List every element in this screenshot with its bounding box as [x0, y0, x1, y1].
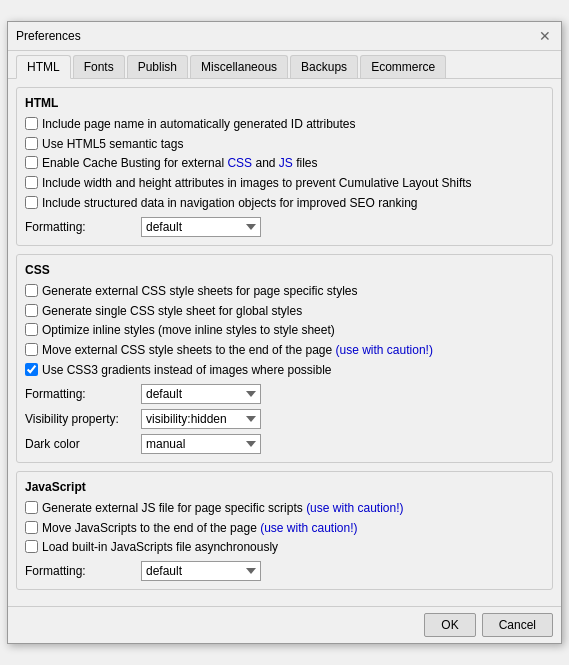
css-checkbox-label-4: Use CSS3 gradients instead of images whe… [42, 362, 332, 379]
css-section-title: CSS [25, 263, 544, 277]
css-checkbox-4[interactable] [25, 363, 38, 376]
js-section: JavaScript Generate external JS file for… [16, 471, 553, 590]
css-checkbox-1[interactable] [25, 304, 38, 317]
css-checkbox-row-0: Generate external CSS style sheets for p… [25, 283, 544, 300]
tab-miscellaneous[interactable]: Miscellaneous [190, 55, 288, 78]
html-checkbox-label-4: Include structured data in navigation ob… [42, 195, 418, 212]
css-visibility-label: Visibility property: [25, 412, 135, 426]
js-formatting-row: Formatting: default compact expanded [25, 561, 544, 581]
js-checkbox-row-2: Load built-in JavaScripts file asynchron… [25, 539, 544, 556]
js-checkbox-1[interactable] [25, 521, 38, 534]
tab-ecommerce[interactable]: Ecommerce [360, 55, 446, 78]
html-section: HTML Include page name in automatically … [16, 87, 553, 246]
js-formatting-label: Formatting: [25, 564, 135, 578]
tabs-bar: HTML Fonts Publish Miscellaneous Backups… [8, 51, 561, 79]
html-checkbox-3[interactable] [25, 176, 38, 189]
css-formatting-label: Formatting: [25, 387, 135, 401]
html-checkbox-label-0: Include page name in automatically gener… [42, 116, 356, 133]
css-visibility-row: Visibility property: visibility:hidden d… [25, 409, 544, 429]
titlebar: Preferences ✕ [8, 22, 561, 51]
css-section: CSS Generate external CSS style sheets f… [16, 254, 553, 463]
footer: OK Cancel [8, 606, 561, 643]
tab-content: HTML Include page name in automatically … [8, 79, 561, 606]
html-checkbox-row-3: Include width and height attributes in i… [25, 175, 544, 192]
css-formatting-row: Formatting: default compact expanded [25, 384, 544, 404]
tab-html[interactable]: HTML [16, 55, 71, 79]
js-checkbox-row-1: Move JavaScripts to the end of the page … [25, 520, 544, 537]
css-formatting-select[interactable]: default compact expanded [141, 384, 261, 404]
html-checkbox-0[interactable] [25, 117, 38, 130]
html-checkbox-row-2: Enable Cache Busting for external CSS an… [25, 155, 544, 172]
css-darkcolor-select[interactable]: manual auto dark light [141, 434, 261, 454]
js-section-title: JavaScript [25, 480, 544, 494]
html-section-title: HTML [25, 96, 544, 110]
html-checkbox-label-3: Include width and height attributes in i… [42, 175, 472, 192]
cancel-button[interactable]: Cancel [482, 613, 553, 637]
html-formatting-select[interactable]: default compact expanded [141, 217, 261, 237]
html-formatting-label: Formatting: [25, 220, 135, 234]
html-checkbox-row-0: Include page name in automatically gener… [25, 116, 544, 133]
js-checkbox-2[interactable] [25, 540, 38, 553]
js-formatting-select[interactable]: default compact expanded [141, 561, 261, 581]
js-checkbox-label-1: Move JavaScripts to the end of the page … [42, 520, 358, 537]
html-checkbox-label-2: Enable Cache Busting for external CSS an… [42, 155, 318, 172]
css-darkcolor-label: Dark color [25, 437, 135, 451]
js-checkbox-0[interactable] [25, 501, 38, 514]
html-checkbox-2[interactable] [25, 156, 38, 169]
preferences-dialog: Preferences ✕ HTML Fonts Publish Miscell… [7, 21, 562, 644]
tab-publish[interactable]: Publish [127, 55, 188, 78]
css-checkbox-row-1: Generate single CSS style sheet for glob… [25, 303, 544, 320]
css-darkcolor-row: Dark color manual auto dark light [25, 434, 544, 454]
js-checkbox-label-2: Load built-in JavaScripts file asynchron… [42, 539, 278, 556]
tab-fonts[interactable]: Fonts [73, 55, 125, 78]
css-visibility-select[interactable]: visibility:hidden display:none [141, 409, 261, 429]
css-checkbox-3[interactable] [25, 343, 38, 356]
js-checkbox-label-0: Generate external JS file for page speci… [42, 500, 404, 517]
html-checkbox-row-4: Include structured data in navigation ob… [25, 195, 544, 212]
close-button[interactable]: ✕ [537, 28, 553, 44]
ok-button[interactable]: OK [424, 613, 475, 637]
js-checkbox-row-0: Generate external JS file for page speci… [25, 500, 544, 517]
css-checkbox-0[interactable] [25, 284, 38, 297]
css-checkbox-row-3: Move external CSS style sheets to the en… [25, 342, 544, 359]
html-formatting-row: Formatting: default compact expanded [25, 217, 544, 237]
html-checkbox-row-1: Use HTML5 semantic tags [25, 136, 544, 153]
css-checkbox-row-2: Optimize inline styles (move inline styl… [25, 322, 544, 339]
css-checkbox-label-0: Generate external CSS style sheets for p… [42, 283, 358, 300]
html-checkbox-4[interactable] [25, 196, 38, 209]
css-checkbox-2[interactable] [25, 323, 38, 336]
css-checkbox-row-4: Use CSS3 gradients instead of images whe… [25, 362, 544, 379]
css-checkbox-label-2: Optimize inline styles (move inline styl… [42, 322, 335, 339]
tab-backups[interactable]: Backups [290, 55, 358, 78]
css-checkbox-label-1: Generate single CSS style sheet for glob… [42, 303, 302, 320]
html-checkbox-1[interactable] [25, 137, 38, 150]
html-checkbox-label-1: Use HTML5 semantic tags [42, 136, 183, 153]
css-checkbox-label-3: Move external CSS style sheets to the en… [42, 342, 433, 359]
dialog-title: Preferences [16, 29, 81, 43]
